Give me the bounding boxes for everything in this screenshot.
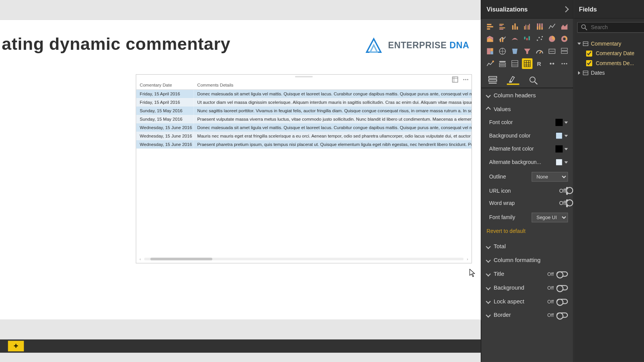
fields-search[interactable] bbox=[577, 22, 644, 33]
viz-type-py[interactable] bbox=[547, 58, 557, 69]
section-title[interactable]: TitleOff bbox=[481, 267, 573, 281]
toggle[interactable]: Off bbox=[547, 312, 568, 318]
visual-drag-handle[interactable] bbox=[136, 75, 472, 78]
toggle[interactable]: Off bbox=[547, 285, 568, 290]
table-row[interactable]: Wednesday, 15 June 2016Praesent pharetra… bbox=[136, 140, 472, 149]
prop-url-icon[interactable]: URL iconOff bbox=[481, 185, 573, 197]
viz-type-line[interactable] bbox=[547, 21, 557, 32]
color-swatch[interactable] bbox=[555, 132, 562, 139]
viz-type-waterfall[interactable] bbox=[522, 34, 532, 44]
switch-icon[interactable] bbox=[566, 199, 568, 207]
field-checkbox[interactable] bbox=[586, 60, 592, 66]
viz-type-gauge[interactable] bbox=[534, 46, 545, 57]
format-properties-list[interactable]: Column headers Values Font color Backgro… bbox=[481, 88, 573, 362]
section-lock-aspect[interactable]: Lock aspectOff bbox=[481, 294, 573, 308]
viz-type-clustered-bar[interactable] bbox=[497, 21, 508, 32]
viz-type-multi-card[interactable] bbox=[559, 46, 570, 57]
toggle[interactable]: Off bbox=[547, 271, 568, 277]
switch-icon[interactable] bbox=[556, 285, 568, 290]
col-header-details[interactable]: Comments Details bbox=[194, 78, 472, 89]
revert-to-default-link[interactable]: Revert to default bbox=[481, 225, 573, 239]
viz-type-clustered-column[interactable] bbox=[522, 21, 532, 32]
section-total[interactable]: Total bbox=[481, 239, 573, 253]
switch-icon[interactable] bbox=[556, 312, 568, 318]
table-row[interactable]: Friday, 15 April 2016Donec malesuada sit… bbox=[136, 90, 472, 98]
section-values[interactable]: Values bbox=[481, 102, 573, 116]
scroll-track[interactable] bbox=[144, 258, 463, 260]
dropdown-icon[interactable] bbox=[564, 148, 568, 150]
table-row[interactable]: Friday, 15 April 2016Ut auctor diam vel … bbox=[136, 98, 472, 106]
expand-icon[interactable] bbox=[578, 71, 580, 75]
viz-type-area[interactable] bbox=[559, 21, 570, 32]
tab-analytics[interactable] bbox=[527, 75, 539, 85]
fields-table-dates[interactable]: Dates bbox=[576, 68, 644, 78]
viz-type-table[interactable] bbox=[509, 58, 520, 69]
horizontal-scrollbar[interactable]: ‹ › bbox=[138, 257, 470, 261]
outline-select[interactable]: None bbox=[532, 172, 568, 182]
dropdown-icon[interactable] bbox=[564, 161, 568, 164]
prop-alt-background[interactable]: Alternate backgroun... bbox=[481, 156, 573, 169]
viz-type-line-column[interactable] bbox=[497, 34, 508, 44]
switch-icon[interactable] bbox=[566, 187, 568, 195]
viz-type-stacked-area[interactable] bbox=[485, 34, 496, 44]
scroll-left-icon[interactable]: ‹ bbox=[138, 257, 143, 261]
field-item[interactable]: Comments De... bbox=[576, 58, 644, 68]
add-page-button[interactable]: + bbox=[8, 341, 24, 352]
table-row[interactable]: Wednesday, 15 June 2016Mauris nec mauris… bbox=[136, 132, 472, 140]
visualizations-header[interactable]: Visualizations bbox=[481, 0, 573, 18]
fields-table-commentary[interactable]: Commentary bbox=[576, 39, 644, 49]
viz-type-more[interactable] bbox=[559, 58, 570, 69]
section-column-headers[interactable]: Column headers bbox=[481, 88, 573, 102]
expand-icon[interactable] bbox=[577, 43, 581, 45]
font-family-select[interactable]: Segoe UI bbox=[532, 213, 568, 222]
col-header-date[interactable]: Comentary Date bbox=[136, 78, 194, 89]
viz-type-r-script[interactable]: R bbox=[534, 58, 545, 69]
collapse-pane-icon[interactable] bbox=[563, 6, 569, 12]
prop-font-family[interactable]: Font familySegoe UI bbox=[481, 210, 573, 226]
table-row[interactable]: Sunday, 15 May 2016Nunc sagittis laoreet… bbox=[136, 106, 472, 115]
viz-type-ribbon[interactable] bbox=[509, 34, 520, 44]
prop-font-color[interactable]: Font color bbox=[481, 116, 573, 129]
search-input[interactable] bbox=[591, 24, 644, 30]
field-checkbox[interactable] bbox=[586, 51, 592, 57]
tab-format[interactable] bbox=[507, 75, 519, 85]
color-swatch[interactable] bbox=[555, 119, 562, 126]
table-row[interactable]: Wednesday, 15 June 2016Donec malesuada s… bbox=[136, 123, 472, 132]
focus-mode-icon[interactable] bbox=[452, 77, 458, 83]
switch-icon[interactable] bbox=[556, 298, 568, 304]
viz-type-card[interactable] bbox=[547, 46, 557, 57]
scroll-thumb[interactable] bbox=[150, 258, 212, 260]
field-item[interactable]: Comentary Date bbox=[576, 49, 644, 58]
switch-icon[interactable] bbox=[556, 271, 568, 277]
toggle[interactable]: Off bbox=[547, 298, 568, 304]
color-swatch[interactable] bbox=[555, 146, 562, 152]
viz-type-funnel[interactable] bbox=[522, 46, 532, 57]
viz-type-stacked-100[interactable] bbox=[534, 21, 545, 32]
viz-type-slicer[interactable] bbox=[497, 58, 508, 69]
color-swatch[interactable] bbox=[555, 159, 562, 165]
viz-type-map[interactable] bbox=[497, 46, 508, 57]
section-background[interactable]: BackgroundOff bbox=[481, 281, 573, 295]
viz-type-matrix[interactable] bbox=[522, 58, 532, 69]
viz-type-pie[interactable] bbox=[547, 34, 557, 44]
fields-header[interactable]: Fields bbox=[573, 0, 644, 18]
viz-type-stacked-column[interactable] bbox=[509, 21, 520, 32]
viz-type-kpi[interactable] bbox=[485, 58, 496, 69]
viz-type-treemap[interactable] bbox=[485, 46, 496, 57]
section-column-formatting[interactable]: Column formatting bbox=[481, 253, 573, 267]
dropdown-icon[interactable] bbox=[564, 134, 568, 137]
prop-alt-font-color[interactable]: Alternate font color bbox=[481, 143, 573, 156]
prop-outline[interactable]: OutlineNone bbox=[481, 169, 573, 185]
prop-word-wrap[interactable]: Word wrapOff bbox=[481, 197, 573, 210]
viz-type-donut[interactable] bbox=[559, 34, 570, 44]
toggle[interactable]: Off bbox=[559, 200, 568, 206]
scroll-right-icon[interactable]: › bbox=[465, 257, 470, 261]
table-visual[interactable]: Comentary Date Comments Details Friday, … bbox=[136, 74, 472, 264]
more-options-icon[interactable] bbox=[463, 77, 469, 83]
viz-type-filled-map[interactable] bbox=[509, 46, 520, 57]
table-row[interactable]: Sunday, 15 May 2016Praesent vulputate ma… bbox=[136, 115, 472, 123]
viz-type-stacked-bar[interactable] bbox=[485, 21, 496, 32]
section-border[interactable]: BorderOff bbox=[481, 308, 573, 322]
tab-fields[interactable] bbox=[486, 75, 499, 85]
dropdown-icon[interactable] bbox=[564, 121, 568, 124]
